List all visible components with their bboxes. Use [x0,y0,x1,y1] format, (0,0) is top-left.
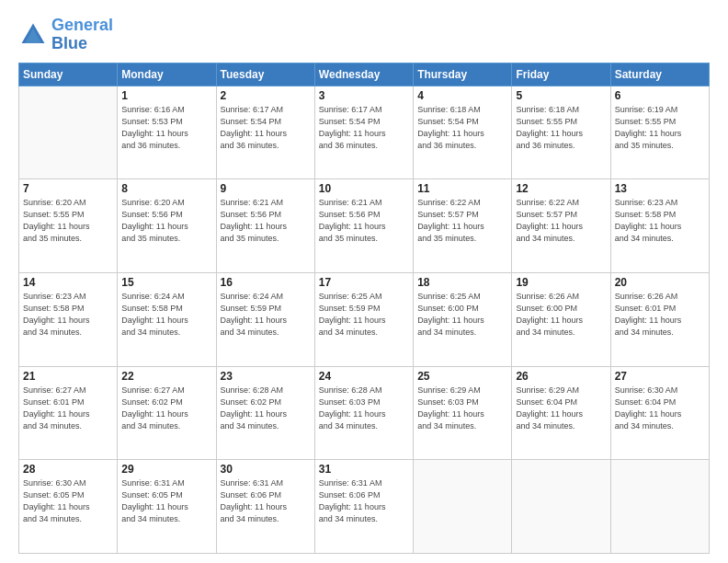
calendar-week-4: 21Sunrise: 6:27 AM Sunset: 6:01 PM Dayli… [19,366,710,460]
day-number: 9 [221,182,311,195]
day-number: 24 [319,370,409,383]
calendar-cell [512,460,610,554]
calendar-cell: 2Sunrise: 6:17 AM Sunset: 5:54 PM Daylig… [216,86,314,179]
day-number: 14 [23,276,113,289]
calendar-cell: 15Sunrise: 6:24 AM Sunset: 5:58 PM Dayli… [118,272,216,366]
calendar-cell: 26Sunrise: 6:29 AM Sunset: 6:04 PM Dayli… [512,366,610,460]
day-info: Sunrise: 6:16 AM Sunset: 5:53 PM Dayligh… [121,104,211,152]
day-info: Sunrise: 6:30 AM Sunset: 6:04 PM Dayligh… [615,385,705,432]
day-number: 7 [23,182,113,195]
day-header-tuesday: Tuesday [216,63,314,86]
day-number: 4 [417,89,507,102]
header: General Blue [18,17,710,53]
calendar-cell: 3Sunrise: 6:17 AM Sunset: 5:54 PM Daylig… [314,86,413,179]
logo-text: General Blue [51,17,113,53]
day-number: 6 [615,89,705,102]
calendar-cell: 1Sunrise: 6:16 AM Sunset: 5:53 PM Daylig… [118,86,216,179]
calendar-cell: 11Sunrise: 6:22 AM Sunset: 5:57 PM Dayli… [414,179,512,273]
day-number: 21 [23,370,113,383]
calendar-week-5: 28Sunrise: 6:30 AM Sunset: 6:05 PM Dayli… [19,460,710,554]
day-number: 29 [121,463,211,476]
day-number: 17 [319,276,409,289]
calendar-cell: 4Sunrise: 6:18 AM Sunset: 5:54 PM Daylig… [414,86,512,179]
day-info: Sunrise: 6:22 AM Sunset: 5:57 PM Dayligh… [516,197,606,245]
calendar-week-1: 1Sunrise: 6:16 AM Sunset: 5:53 PM Daylig… [19,86,710,179]
day-info: Sunrise: 6:26 AM Sunset: 6:00 PM Dayligh… [516,291,606,339]
calendar-cell: 7Sunrise: 6:20 AM Sunset: 5:55 PM Daylig… [19,179,118,273]
calendar-cell: 31Sunrise: 6:31 AM Sunset: 6:06 PM Dayli… [314,460,413,554]
day-info: Sunrise: 6:28 AM Sunset: 6:02 PM Dayligh… [221,385,311,432]
day-header-monday: Monday [118,63,216,86]
day-info: Sunrise: 6:29 AM Sunset: 6:04 PM Dayligh… [516,385,606,432]
day-number: 22 [121,370,211,383]
day-info: Sunrise: 6:25 AM Sunset: 6:00 PM Dayligh… [417,291,507,339]
day-number: 20 [615,276,705,289]
calendar-cell: 17Sunrise: 6:25 AM Sunset: 5:59 PM Dayli… [314,272,413,366]
calendar-cell: 18Sunrise: 6:25 AM Sunset: 6:00 PM Dayli… [414,272,512,366]
page: General Blue SundayMondayTuesdayWednesda… [0,0,728,563]
day-info: Sunrise: 6:22 AM Sunset: 5:57 PM Dayligh… [417,197,507,245]
calendar-cell: 27Sunrise: 6:30 AM Sunset: 6:04 PM Dayli… [610,366,709,460]
calendar-cell: 14Sunrise: 6:23 AM Sunset: 5:58 PM Dayli… [19,272,118,366]
day-number: 11 [417,182,507,195]
calendar-cell: 19Sunrise: 6:26 AM Sunset: 6:00 PM Dayli… [512,272,610,366]
calendar-cell: 28Sunrise: 6:30 AM Sunset: 6:05 PM Dayli… [19,460,118,554]
calendar-cell: 12Sunrise: 6:22 AM Sunset: 5:57 PM Dayli… [512,179,610,273]
calendar-cell [19,86,118,179]
day-info: Sunrise: 6:21 AM Sunset: 5:56 PM Dayligh… [221,197,311,245]
calendar-cell: 10Sunrise: 6:21 AM Sunset: 5:56 PM Dayli… [314,179,413,273]
calendar-cell: 23Sunrise: 6:28 AM Sunset: 6:02 PM Dayli… [216,366,314,460]
calendar-cell: 29Sunrise: 6:31 AM Sunset: 6:05 PM Dayli… [118,460,216,554]
calendar-week-3: 14Sunrise: 6:23 AM Sunset: 5:58 PM Dayli… [19,272,710,366]
day-info: Sunrise: 6:21 AM Sunset: 5:56 PM Dayligh… [319,197,409,245]
day-number: 2 [221,89,311,102]
day-info: Sunrise: 6:18 AM Sunset: 5:55 PM Dayligh… [516,104,606,152]
day-info: Sunrise: 6:24 AM Sunset: 5:59 PM Dayligh… [221,291,311,339]
calendar-cell: 5Sunrise: 6:18 AM Sunset: 5:55 PM Daylig… [512,86,610,179]
calendar-cell: 25Sunrise: 6:29 AM Sunset: 6:03 PM Dayli… [414,366,512,460]
calendar-cell: 22Sunrise: 6:27 AM Sunset: 6:02 PM Dayli… [118,366,216,460]
calendar-cell: 8Sunrise: 6:20 AM Sunset: 5:56 PM Daylig… [118,179,216,273]
day-info: Sunrise: 6:31 AM Sunset: 6:06 PM Dayligh… [221,477,311,525]
calendar-cell: 16Sunrise: 6:24 AM Sunset: 5:59 PM Dayli… [216,272,314,366]
day-number: 19 [516,276,606,289]
day-info: Sunrise: 6:24 AM Sunset: 5:58 PM Dayligh… [121,291,211,339]
day-info: Sunrise: 6:23 AM Sunset: 5:58 PM Dayligh… [23,291,113,339]
day-info: Sunrise: 6:19 AM Sunset: 5:55 PM Dayligh… [615,104,705,152]
day-number: 3 [319,89,409,102]
day-info: Sunrise: 6:31 AM Sunset: 6:05 PM Dayligh… [121,477,211,525]
day-number: 13 [615,182,705,195]
day-number: 23 [221,370,311,383]
day-header-saturday: Saturday [610,63,709,86]
calendar-cell [414,460,512,554]
day-number: 25 [417,370,507,383]
calendar-week-2: 7Sunrise: 6:20 AM Sunset: 5:55 PM Daylig… [19,179,710,273]
day-info: Sunrise: 6:20 AM Sunset: 5:55 PM Dayligh… [23,197,113,245]
calendar-cell: 24Sunrise: 6:28 AM Sunset: 6:03 PM Dayli… [314,366,413,460]
day-number: 12 [516,182,606,195]
day-info: Sunrise: 6:25 AM Sunset: 5:59 PM Dayligh… [319,291,409,339]
day-number: 27 [615,370,705,383]
day-number: 1 [121,89,211,102]
day-number: 30 [221,463,311,476]
day-info: Sunrise: 6:27 AM Sunset: 6:01 PM Dayligh… [23,385,113,432]
day-header-sunday: Sunday [19,63,118,86]
day-info: Sunrise: 6:20 AM Sunset: 5:56 PM Dayligh… [121,197,211,245]
day-info: Sunrise: 6:23 AM Sunset: 5:58 PM Dayligh… [615,197,705,245]
calendar-cell: 13Sunrise: 6:23 AM Sunset: 5:58 PM Dayli… [610,179,709,273]
day-number: 16 [221,276,311,289]
day-number: 8 [121,182,211,195]
day-number: 28 [23,463,113,476]
day-header-thursday: Thursday [414,63,512,86]
day-info: Sunrise: 6:18 AM Sunset: 5:54 PM Dayligh… [417,104,507,152]
day-info: Sunrise: 6:31 AM Sunset: 6:06 PM Dayligh… [319,477,409,525]
day-info: Sunrise: 6:17 AM Sunset: 5:54 PM Dayligh… [319,104,409,152]
day-number: 15 [121,276,211,289]
day-number: 5 [516,89,606,102]
calendar-cell: 20Sunrise: 6:26 AM Sunset: 6:01 PM Dayli… [610,272,709,366]
day-info: Sunrise: 6:17 AM Sunset: 5:54 PM Dayligh… [221,104,311,152]
calendar-cell [610,460,709,554]
calendar-table: SundayMondayTuesdayWednesdayThursdayFrid… [18,63,710,554]
calendar-cell: 21Sunrise: 6:27 AM Sunset: 6:01 PM Dayli… [19,366,118,460]
day-info: Sunrise: 6:28 AM Sunset: 6:03 PM Dayligh… [319,385,409,432]
